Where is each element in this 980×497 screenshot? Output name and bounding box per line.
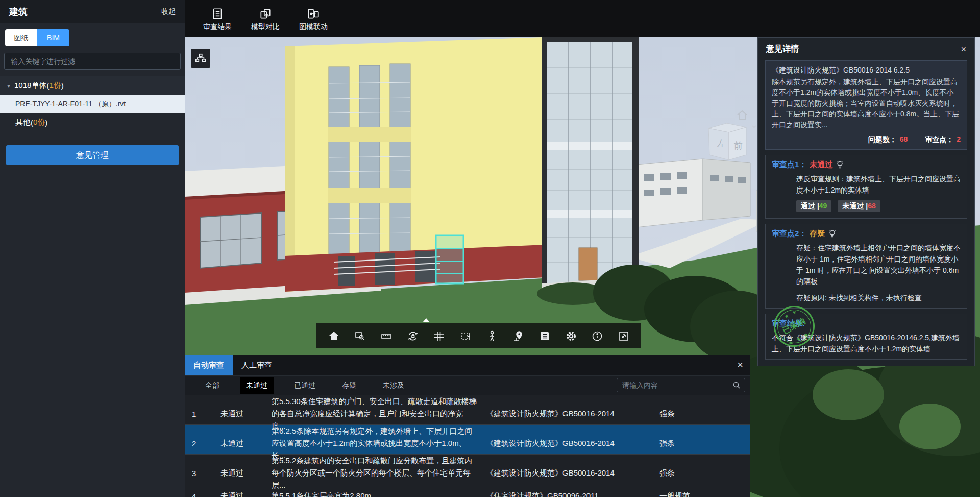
row-status: 未通过 xyxy=(220,491,272,497)
tab-manual-review[interactable]: 人工审查 xyxy=(233,355,281,375)
sidebar-title: 建筑 xyxy=(9,6,28,18)
navigation-cube[interactable]: 左 前 xyxy=(703,115,750,162)
section-box-icon[interactable] xyxy=(457,327,474,345)
tab-auto-review[interactable]: 自动审查 xyxy=(185,355,233,375)
close-icon[interactable]: × xyxy=(737,359,743,371)
tree-group-count: 0份 xyxy=(33,117,45,127)
review-list-panel: 自动审查 人工审查 × 全部 未通过 已通过 存疑 未涉及 1 未通过 第5.5… xyxy=(185,355,750,497)
panel-title: 意见详情 xyxy=(766,44,799,55)
rule-text: 除本规范另有规定外，建筑外墙上、下层开口之间应设置高度不小于1.2m的实体墙或挑… xyxy=(772,77,961,130)
row-severity: 一般规范 xyxy=(659,491,750,497)
toolbar-item-label: 图模联动 xyxy=(292,22,335,32)
opinion-manage-button[interactable]: 意见管理 xyxy=(6,145,179,165)
table-row[interactable]: 3 未通过 第5.5.2条建筑内的安全出口和疏散门应分散布置，且建筑内每个防火分… xyxy=(185,455,750,484)
table-row-selected[interactable]: 2 未通过 第6.2.5条除本规范另有规定外，建筑外墙上、下层开口之间应设置高度… xyxy=(185,425,750,455)
walk-person-icon[interactable] xyxy=(483,327,501,345)
viewer-toolbar xyxy=(316,323,641,348)
issues-value: 68 xyxy=(900,135,908,144)
tree-group-1018[interactable]: ▾ 1018单体 ( 1份 ) xyxy=(0,76,185,95)
search-icon[interactable] xyxy=(732,381,741,389)
tab-bim[interactable]: BIM xyxy=(37,29,69,46)
rule-stats: 问题数：68 审查点：2 xyxy=(772,134,961,145)
sidebar-tab-toggle: 图纸 BIM xyxy=(5,29,69,46)
point-label: 审查点1： xyxy=(772,160,806,170)
toolbar-review-results[interactable]: 审查结果 xyxy=(196,6,239,32)
home-view-icon[interactable] xyxy=(325,327,342,345)
row-number: 3 xyxy=(192,469,220,478)
rule-title: 《建筑设计防火规范》GB50016-2014 6.2.5 xyxy=(772,65,961,76)
review-results-icon xyxy=(196,6,239,21)
rule-summary-box: 《建筑设计防火规范》GB50016-2014 6.2.5 除本规范另有规定外，建… xyxy=(765,60,967,150)
result-label: 审查结果: xyxy=(772,319,961,328)
left-sidebar: 建筑 收起 图纸 BIM ▾ 1018单体 ( 1份 ) PRE-TJYY-1-… xyxy=(0,0,185,497)
filter-passed[interactable]: 已通过 xyxy=(288,377,322,394)
row-code: 《住宅设计规范》GB50096-2011 xyxy=(486,491,659,497)
points-value: 2 xyxy=(957,135,961,144)
row-status: 未通过 xyxy=(220,468,272,478)
tree-group-name: 1018单体 xyxy=(14,81,46,90)
filter-doubt[interactable]: 存疑 xyxy=(336,377,362,394)
toolbar-drawing-model-link[interactable]: 图模联动 xyxy=(292,6,335,32)
opinion-detail-header: 意见详情 × xyxy=(758,40,974,58)
model-tree-button[interactable] xyxy=(191,49,210,68)
info-icon[interactable] xyxy=(589,327,606,345)
detail-list-icon[interactable] xyxy=(536,327,553,345)
caret-down-icon: ▾ xyxy=(7,82,10,89)
review-point-1: 审查点1： 未通过 违反审查规则：建筑外墙上、下层开口之间应设置高度不小于1.2… xyxy=(765,155,967,219)
chevron-down-icon[interactable]: ⌄ xyxy=(750,119,758,130)
table-row[interactable]: 1 未通过 第5.5.30条住宅建筑的户门、安全出口、疏散走道和疏散楼梯的各自总… xyxy=(185,395,750,425)
row-status: 未通过 xyxy=(220,409,272,419)
review-search xyxy=(617,378,745,392)
org-chart-icon xyxy=(195,53,206,64)
review-table: 1 未通过 第5.5.30条住宅建筑的户门、安全出口、疏散走道和疏散楼梯的各自总… xyxy=(185,395,750,497)
points-label: 审查点： xyxy=(925,135,953,144)
toolbar-item-label: 模型对比 xyxy=(244,22,287,32)
close-icon[interactable]: × xyxy=(961,44,966,55)
row-number: 2 xyxy=(192,439,220,448)
toolbar-model-compare[interactable]: 模型对比 xyxy=(244,6,287,32)
lightbulb-icon[interactable] xyxy=(836,160,844,169)
minimap-pin-icon[interactable] xyxy=(509,327,527,345)
tab-drawings[interactable]: 图纸 xyxy=(5,29,37,46)
settings-gear-icon[interactable] xyxy=(562,327,580,345)
fullscreen-icon[interactable] xyxy=(615,327,632,345)
tree-file-item[interactable]: PRE-TJYY-1-AR-F01-11 （原）.rvt xyxy=(0,95,185,113)
orbit-lock-icon[interactable] xyxy=(404,327,422,345)
fail-count-badge: 未通过 |68 xyxy=(838,200,880,212)
filter-not-involved[interactable]: 未涉及 xyxy=(377,377,410,394)
model-compare-icon xyxy=(244,6,287,21)
tree-group-other[interactable]: 其他 ( 0份 ) xyxy=(0,113,185,132)
lightbulb-icon[interactable] xyxy=(828,229,837,238)
review-search-input[interactable] xyxy=(621,381,732,390)
tree-group-paren: ) xyxy=(45,118,47,127)
sidebar-search-input[interactable] xyxy=(10,57,175,66)
row-code: 《建筑设计防火规范》GB50016-2014 xyxy=(486,468,659,478)
row-severity: 强条 xyxy=(659,468,750,478)
toolbar-separator xyxy=(342,8,342,30)
row-description: 第5.5.2条建筑内的安全出口和疏散门应分散布置，且建筑内每个防火分区或一个防火… xyxy=(272,455,486,491)
row-code: 《建筑设计防火规范》GB50016-2014 xyxy=(486,409,659,419)
pass-count-badge: 通过 |49 xyxy=(796,200,831,212)
sidebar-search xyxy=(4,53,181,70)
tree-group-count: 1份 xyxy=(49,81,61,90)
axis-grid-icon[interactable] xyxy=(430,327,448,345)
issues-label: 问题数： xyxy=(868,135,897,144)
collapse-button[interactable]: 收起 xyxy=(161,7,176,16)
row-code: 《建筑设计防火规范》GB50016-2014 xyxy=(486,439,659,448)
row-severity: 强条 xyxy=(659,439,750,448)
toolbar-caret-up-icon xyxy=(423,318,430,322)
filter-failed[interactable]: 未通过 xyxy=(240,377,274,394)
point-text: 违反审查规则：建筑外墙上、下层开口之间应设置高度不小于1.2m的实体墙 xyxy=(796,173,961,196)
cube-face-front-label: 前 xyxy=(734,141,743,151)
row-description: 第5.5.1条住宅层高宜为2.80m。 xyxy=(272,490,486,497)
zoom-window-icon[interactable] xyxy=(351,327,369,345)
result-text: 不符合《建筑设计防火规范》GB50016-20146.2.5,建筑外墙上、下层开… xyxy=(772,332,961,354)
filter-all[interactable]: 全部 xyxy=(199,377,226,394)
opinion-detail-panel: 意见详情 × 《建筑设计防火规范》GB50016-2014 6.2.5 除本规范… xyxy=(757,37,975,366)
point-label: 审查点2： xyxy=(772,229,806,239)
toolbar-item-label: 审查结果 xyxy=(196,22,239,32)
top-toolbar: 审查结果 模型对比 图模联动 xyxy=(185,0,980,37)
point-status: 存疑 xyxy=(810,229,825,239)
drawing-model-link-icon xyxy=(292,6,335,21)
measure-ruler-icon[interactable] xyxy=(378,327,395,345)
